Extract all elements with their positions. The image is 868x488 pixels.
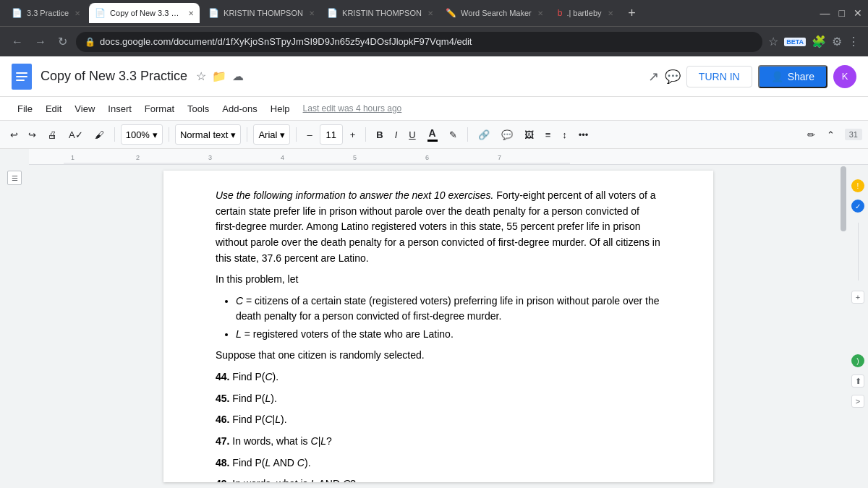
undo-button[interactable]: ↩ [6,124,22,145]
spell-check-button[interactable]: A✓ [64,124,88,145]
tab1-icon: 📄 [12,8,22,18]
right-panel: ! ✓ + ) ⬆ > [848,165,868,488]
bookmark-icon[interactable]: ☆ [768,35,778,48]
maximize-icon[interactable]: □ [839,7,845,19]
font-size-input[interactable] [320,124,343,145]
tab-2[interactable]: 📄 Copy of New 3.3 Prac... ✕ [89,3,200,23]
tab5-close[interactable]: ✕ [537,9,543,17]
cloud-icon[interactable]: ☁ [232,69,244,83]
extensions-icon[interactable]: 🧩 [812,35,826,48]
menu-dots-icon[interactable]: ⋮ [848,35,859,48]
new-tab-button[interactable]: + [622,3,642,23]
share-button[interactable]: 👤 Share [758,65,827,88]
edit-mode-button[interactable]: ✏ [803,124,820,145]
redo-button[interactable]: ↪ [24,124,41,145]
tab4-close[interactable]: ✕ [427,9,433,17]
refresh-button[interactable]: ↻ [55,32,70,51]
comment-bubble-2[interactable]: ✓ [851,200,864,213]
print-button[interactable]: 🖨 [43,124,61,145]
font-size-increase[interactable]: + [346,124,360,145]
menu-file[interactable]: File [12,100,38,117]
divider-5 [365,127,366,142]
docs-logo [12,64,32,90]
tab2-close[interactable]: ✕ [188,9,194,17]
font-color-button[interactable]: A [423,124,442,145]
page-area: Use the following information to answer … [29,165,868,488]
account-icon[interactable]: ⚙ [832,35,842,48]
underline-button[interactable]: U [404,124,420,145]
tab-6[interactable]: b .| bartleby ✕ [552,3,619,23]
move-icon[interactable]: 📁 [212,69,226,83]
q48-text: 48. Find P(L AND C). [216,455,661,471]
paint-format-button[interactable]: 🖌 [90,124,109,145]
bold-button[interactable]: B [372,124,387,145]
menu-addons[interactable]: Add-ons [216,100,263,117]
more-options-button[interactable]: ••• [574,124,593,145]
svg-text:6: 6 [425,154,429,161]
tab5-icon: ✏️ [446,8,456,18]
font-size-decrease[interactable]: – [302,124,316,145]
tab-1[interactable]: 📄 3.3 Practice ✕ [6,3,86,23]
menu-edit[interactable]: Edit [40,100,67,117]
trends-icon[interactable]: ↗ [648,69,659,85]
page-count-badge: 31 [845,129,862,140]
lock-icon: 🔒 [85,37,95,47]
tab5-label: Word Search Maker [461,9,532,17]
close-window-icon[interactable]: ✕ [854,7,862,19]
q47-text: 47. In words, what is C|L? [216,434,661,450]
comment-bubble-1[interactable]: ! [851,179,864,192]
comments-icon[interactable]: 💬 [665,69,681,85]
menu-help[interactable]: Help [265,100,296,117]
tab-3[interactable]: 📄 KRISTIN THOMPSON ✕ [203,3,318,23]
tab-5[interactable]: ✏️ Word Search Maker ✕ [440,3,549,23]
horizontal-ruler: 1 2 3 4 5 6 7 [29,149,868,165]
forward-button[interactable]: → [32,33,49,51]
back-button[interactable]: ← [9,33,26,51]
menu-tools[interactable]: Tools [182,100,215,117]
browser-tabs: 📄 3.3 Practice ✕ 📄 Copy of New 3.3 Prac.… [0,0,868,26]
tab1-close[interactable]: ✕ [75,9,80,17]
highlight-button[interactable]: ✎ [445,124,461,145]
tab-4[interactable]: 📄 KRISTIN THOMPSON ✕ [321,3,437,23]
tab3-close[interactable]: ✕ [309,9,315,17]
collaborator-icon[interactable]: ) [851,354,864,367]
format-toolbar: ↩ ↪ 🖨 A✓ 🖌 100% ▾ Normal text ▾ Arial ▾ … [0,120,868,149]
align-button[interactable]: ≡ [541,124,556,145]
address-bar-row: ← → ↻ 🔒 docs.google.com/document/d/1fXyK… [0,26,868,56]
menu-view[interactable]: View [69,100,101,117]
menu-insert[interactable]: Insert [102,100,137,117]
problem-intro: In this problem, let [216,272,661,288]
suppose-text: Suppose that one citizen is randomly sel… [216,348,661,364]
style-select[interactable]: Normal text ▾ [175,124,241,145]
link-button[interactable]: 🔗 [474,124,494,145]
italic-button[interactable]: I [391,124,402,145]
docs-app: Copy of New 3.3 Practice ☆ 📁 ☁ ↗ 💬 TURN … [0,56,868,488]
zoom-select[interactable]: 100% ▾ [121,124,163,145]
turn-in-button[interactable]: TURN IN [686,66,752,87]
divider-6 [467,127,468,142]
nav-button[interactable]: ⬆ [851,374,864,388]
definition-list: C = citizens of a certain state (registe… [216,294,661,342]
expand-button[interactable]: ⌃ [822,124,839,145]
star-icon[interactable]: ☆ [196,69,206,83]
doc-page[interactable]: Use the following information to answer … [163,171,713,482]
ruler-svg: 1 2 3 4 5 6 7 [64,150,570,164]
scrollbar-thumb[interactable] [841,166,846,231]
address-bar[interactable]: 🔒 docs.google.com/document/d/1fXyKjoSnST… [76,32,762,52]
tab6-icon: b [558,8,563,18]
document-outline-icon[interactable]: ☰ [7,171,22,185]
menu-format[interactable]: Format [139,100,180,117]
doc-title[interactable]: Copy of New 3.3 Practice [41,69,187,84]
user-avatar[interactable]: K [833,65,856,88]
add-icon[interactable]: + [851,291,864,304]
tab4-icon: 📄 [327,8,338,18]
comment-button[interactable]: 💬 [497,124,517,145]
scrollbar-track[interactable] [839,165,848,488]
nav-down-button[interactable]: > [851,395,864,408]
font-select[interactable]: Arial ▾ [253,124,290,145]
minimize-icon[interactable]: — [820,7,830,19]
document-area: ☰ 1 2 3 4 5 6 7 [0,149,868,488]
tab6-close[interactable]: ✕ [608,9,613,17]
line-spacing-button[interactable]: ↕ [558,124,571,145]
image-button[interactable]: 🖼 [520,124,538,145]
